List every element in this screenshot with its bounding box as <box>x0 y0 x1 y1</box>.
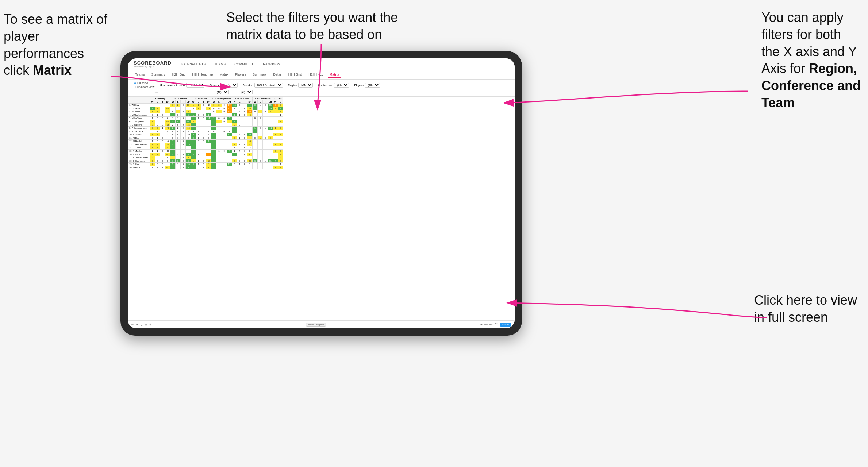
scoreboard-header: SCOREBOARD Powered by clippd TOURNAMENTS… <box>128 58 515 70</box>
table-row: 3. J Koivun 1102 0102 01013 04011 010-6 … <box>128 110 283 113</box>
full-view-label: Full View <box>137 81 148 85</box>
player-name: 2. L Clanton <box>128 107 150 110</box>
player-name: 14. J Lundin <box>128 146 150 150</box>
jkoivun-l: L <box>196 100 201 104</box>
gsa-w: W <box>273 100 278 104</box>
players-select2[interactable]: (All) <box>238 90 253 94</box>
matrix-scroll: 1. W Ding 2. L Clanton 3. J Koivun 4. M … <box>128 97 515 324</box>
region-row2: N/A <box>154 91 158 93</box>
clamp-dif: Dif <box>268 100 273 104</box>
filter-bar: Full View Compact View Max players in vi… <box>128 80 515 97</box>
division-select[interactable]: NCAA Division I <box>254 83 283 88</box>
division-label: Division <box>243 84 253 87</box>
nav-tournaments[interactable]: TOURNAMENTS <box>179 62 207 67</box>
max-players-group: Max players in view Top 25 <box>160 83 204 88</box>
tab-summary[interactable]: Summary <box>150 72 167 78</box>
tab-teams[interactable]: Teams <box>134 72 146 78</box>
table-row: 4. M Thorbjornsen 010 405 1001 110-6 1 <box>128 113 283 117</box>
col-j-koivun: 3. J Koivun <box>191 97 211 100</box>
lclanton-w: W <box>170 100 176 104</box>
table-row: 20. M Ford 331-11 7100 1017 11 <box>128 166 283 169</box>
nav-rankings[interactable]: RANKINGS <box>261 62 281 67</box>
tab-detail[interactable]: Detail <box>272 72 283 78</box>
lclanton-dif: Dif <box>186 100 191 104</box>
player-name: 4. M Thorbjornsen <box>128 113 150 117</box>
tablet-frame: SCOREBOARD Powered by clippd TOURNAMENTS… <box>120 51 522 336</box>
max-players-label: Max players in view <box>160 84 185 87</box>
players-select[interactable]: (All) <box>365 83 380 88</box>
player-name: 1. W Ding <box>128 104 150 107</box>
max-players-select[interactable]: Top 25 <box>186 83 204 88</box>
jkoivun-t: T <box>201 100 206 104</box>
undo-icon[interactable]: ↩ <box>131 323 134 326</box>
share-btn[interactable]: Share <box>500 323 511 327</box>
wding-l: L <box>155 100 160 104</box>
annotation-tr-bold1: Region, <box>809 61 857 76</box>
player-name: 7. G Sargent <box>128 123 150 127</box>
conference-select2[interactable]: (All) <box>214 90 229 94</box>
watch-btn[interactable]: 👁 Watch ▾ <box>480 323 493 326</box>
full-view-radio[interactable]: Full View <box>134 81 154 85</box>
tab-h2h-heatmap[interactable]: H2H Heatmap <box>191 72 215 78</box>
tab-matrix-active[interactable]: Matrix <box>328 72 341 78</box>
mthorb-t: T <box>222 100 227 104</box>
table-row: 2. L Clanton 210-16 01013 04011 100-6 -2… <box>128 107 283 110</box>
compact-view-dot <box>134 86 136 88</box>
tab-players[interactable]: Players <box>234 72 247 78</box>
table-row: 14. J Lundin 11010 100-7 <box>128 146 283 150</box>
clamp-t: T <box>263 100 268 104</box>
region-label: Region <box>288 84 297 87</box>
matrix-table: 1. W Ding 2. L Clanton 3. J Koivun 4. M … <box>128 97 283 169</box>
redo-icon[interactable]: ↪ <box>136 323 138 326</box>
annotation-tr-bold3: Team <box>761 95 795 110</box>
table-row: 15. P Maichon 110-19 410-7 1410 22 <box>128 150 283 153</box>
tab-summary2[interactable]: Summary <box>251 72 268 78</box>
player-name: 8. P Summerhays <box>128 127 150 130</box>
gsa-l: L <box>278 100 283 104</box>
tab-h2h-grid[interactable]: H2H Grid <box>170 72 187 78</box>
table-row: 13. J Skov Olesen 110-3 210-19 1000 220-… <box>128 143 283 146</box>
nav-teams[interactable]: TEAMS <box>213 62 227 67</box>
tab-matrix[interactable]: Matrix <box>218 72 230 78</box>
col-g-sa: 7. G Sa <box>273 97 283 100</box>
view-original-btn[interactable]: View: Original <box>306 323 326 327</box>
jkoivun-dif: Dif <box>206 100 211 104</box>
annotation-bottom-right: Click here to view in full screen <box>754 292 857 326</box>
player-name: 3. J Koivun <box>128 110 150 113</box>
player-name: 11. M Ege <box>128 136 150 140</box>
tab-h2h-grid2[interactable]: H2H Grid <box>287 72 304 78</box>
filter-row-1: Full View Compact View Max players in vi… <box>134 81 509 89</box>
filter-row-2: N/A (All) (All) <box>154 90 509 94</box>
table-row: 10. B Valdes 1101 001-10 010-11 11 04011… <box>128 133 283 136</box>
nav-committee[interactable]: COMMITTEE <box>233 62 256 67</box>
annotation-tc-line2: matrix data to be based on <box>226 27 382 42</box>
mlasasso-l: L <box>237 100 242 104</box>
annotation-tl-line3-prefix: click <box>4 63 33 78</box>
gender-select[interactable]: Men's <box>220 83 238 88</box>
compact-view-radio[interactable]: Compact View <box>134 85 154 89</box>
region-select[interactable]: N/A <box>298 83 313 88</box>
table-row: 18. C Sherwood 2000 1300 110-11 220-10 3… <box>128 159 283 163</box>
conference-group: Conference (All) <box>318 83 349 88</box>
annotation-br-line2: in full screen <box>754 310 828 325</box>
players-row2: (All) <box>238 90 253 94</box>
fullscreen-btn[interactable]: ⛶ <box>495 323 498 326</box>
zoom-controls[interactable]: ⊞ <box>145 323 147 326</box>
player-name: 12. M Riedel <box>128 140 150 143</box>
annotation-tr-line4-prefix: Axis for <box>761 61 809 76</box>
bottom-right-controls: 👁 Watch ▾ ⛶ Share <box>480 323 511 327</box>
col-m-la-sasso: 5. M La Sasso <box>232 97 253 100</box>
player-name: 6. C Lamprecht <box>128 120 150 123</box>
main-nav: TOURNAMENTS TEAMS COMMITTEE RANKINGS <box>179 62 281 67</box>
conference-row2: (All) <box>214 90 229 94</box>
tab-h2h-he[interactable]: H2H He... <box>307 72 324 78</box>
settings-icon[interactable]: ⚙ <box>149 323 151 326</box>
jkoivun-w: W <box>191 100 196 104</box>
annotation-tc-line1: Select the filters you want the <box>226 10 398 25</box>
gender-group: Gender Men's <box>210 83 237 88</box>
print-icon[interactable]: 🖨 <box>140 323 143 326</box>
conference-select[interactable]: (All) <box>334 83 349 88</box>
player-name: 20. M Ford <box>128 166 150 169</box>
players-label: Players <box>354 84 364 87</box>
mthorb-w: W <box>211 100 216 104</box>
